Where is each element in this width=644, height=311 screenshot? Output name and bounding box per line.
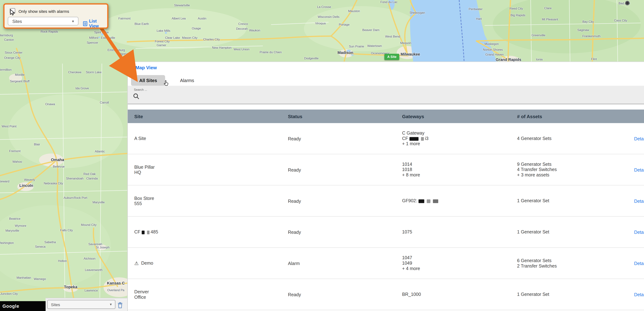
list-view-button[interactable]: List View — [83, 18, 107, 28]
details-link[interactable]: Details — [634, 167, 644, 172]
annotation-callout-box: Only show sites with alarms Sites ▾ List… — [3, 3, 108, 29]
back-arrow-icon: ‹ — [132, 65, 134, 70]
redacted-text — [409, 137, 418, 141]
redacted-text — [142, 230, 144, 234]
tab-alarms[interactable]: Alarms — [172, 75, 202, 86]
column-header-site: Site — [134, 114, 288, 119]
table-row: DenverOfficeReadyBR_10001 Generator SetD… — [128, 279, 644, 310]
delete-filter-button[interactable] — [118, 302, 123, 310]
cell-text: 6 Generator Sets — [517, 258, 552, 263]
details-link[interactable]: Details — [634, 136, 644, 141]
alarms-only-label: Only show sites with alarms — [18, 9, 69, 13]
cell-text: C Gateway — [402, 130, 424, 135]
cell-text: 1049 — [402, 261, 412, 265]
cell-text: 1 Generator Set — [517, 198, 549, 203]
redacted-text — [433, 199, 438, 203]
search-placeholder: Search ... — [134, 88, 147, 91]
chevron-down-icon: ▾ — [72, 19, 74, 23]
cell-text: Denver — [134, 289, 149, 294]
table-row: Box Store555ReadyGF902:1 Generator SetDe… — [128, 185, 644, 217]
tabs: All SitesAlarms — [128, 73, 644, 86]
details-link[interactable]: Details — [634, 230, 644, 235]
sites-dropdown-small-value: Sites — [51, 302, 60, 307]
cell-text: 1 Generator Set — [517, 292, 549, 297]
table-row: A SiteReadyC GatewayCFi3+ 1 more4 Genera… — [128, 123, 644, 154]
cell-text: Blue Pillar — [134, 164, 155, 169]
google-logo: Google — [2, 304, 19, 309]
screenshot-stage: StewartvilleFairmontBlue EarthAlbert Lea… — [0, 0, 644, 311]
map-cursor-icon — [625, 1, 630, 5]
table-row: Blue PillarHQReady10141018+ 8 more9 Gene… — [128, 154, 644, 185]
sites-dropdown-value: Sites — [12, 18, 22, 23]
search-input[interactable]: Search ... — [128, 86, 644, 104]
column-header-gateways: Gateways — [402, 114, 517, 119]
sites-dropdown[interactable]: Sites ▾ — [8, 17, 78, 25]
cell-text: BR_1000 — [402, 292, 421, 297]
cell-text: 9 Generator Sets — [517, 162, 552, 167]
tab-all-sites[interactable]: All Sites — [131, 75, 165, 86]
cell-text: + 8 more — [402, 172, 420, 177]
redacted-text — [427, 199, 430, 203]
column-header--of-assets: # of Assets — [517, 114, 634, 119]
redacted-text — [418, 199, 424, 203]
cell-text: 1014 — [402, 162, 412, 167]
cell-text: 4 Generator Sets — [517, 136, 552, 141]
cell-text: 1047 — [402, 255, 412, 260]
table-row: CF485Ready10751 Generator SetDetails — [128, 217, 644, 248]
cell-text: i3 — [425, 136, 428, 141]
redacted-text — [421, 137, 424, 141]
cell-text: Box Store — [134, 196, 154, 200]
status-value: Ready — [288, 167, 402, 172]
cell-text: GF902: — [402, 198, 417, 203]
status-value: Alarm — [288, 261, 402, 266]
map-view-label: Map View — [135, 65, 157, 70]
trash-icon — [118, 302, 123, 309]
status-value: Ready — [288, 198, 402, 203]
table-body: A SiteReadyC GatewayCFi3+ 1 more4 Genera… — [128, 123, 644, 310]
column-header-status: Status — [288, 114, 402, 119]
cell-text: + 1 more — [402, 141, 420, 146]
alarms-only-checkbox[interactable] — [10, 8, 15, 13]
sites-list-panel: ‹ Map View All SitesAlarms Search ... Si… — [127, 61, 644, 311]
cell-text: Office — [134, 295, 146, 299]
cell-text: 2 Transfer Switches — [517, 263, 557, 268]
cell-text: + 4 more — [402, 266, 420, 271]
cell-text: CF — [402, 136, 408, 141]
cell-text: 1018 — [402, 167, 412, 172]
status-value: Ready — [288, 292, 402, 297]
details-link[interactable]: Details — [634, 261, 644, 266]
cell-text: CF — [134, 229, 140, 234]
details-link[interactable]: Details — [634, 198, 644, 203]
cell-text: 1075 — [402, 229, 412, 234]
bottom-black-bar: Google — [0, 301, 46, 311]
table-row: ⚠DemoAlarm10471049+ 4 more6 Generator Se… — [128, 248, 644, 279]
cell-text: A Site — [134, 136, 146, 141]
sites-dropdown-small[interactable]: Sites ▾ — [47, 300, 116, 309]
cell-text: + 3 more assets — [517, 172, 550, 177]
cell-text: HQ — [134, 170, 141, 174]
cell-text: 4 Transfer Switches — [517, 167, 557, 172]
status-value: Ready — [288, 136, 402, 141]
search-icon — [133, 93, 139, 99]
chevron-down-icon: ▾ — [110, 302, 112, 307]
status-value: Ready — [288, 230, 402, 235]
list-view-icon — [83, 21, 87, 26]
list-view-label: List View — [89, 18, 107, 28]
map-site-marker[interactable]: A Site — [384, 54, 400, 60]
cell-text: 485 — [150, 229, 158, 234]
details-link[interactable]: Details — [634, 292, 644, 297]
table-header: SiteStatusGateways# of Assets — [128, 109, 644, 123]
map-view-link[interactable]: ‹ Map View — [128, 62, 644, 73]
redacted-text — [147, 230, 150, 234]
cell-text: Demo — [141, 261, 153, 265]
cell-text: 1 Generator Set — [517, 229, 549, 234]
alarm-warning-icon: ⚠ — [134, 260, 138, 266]
cell-text: 555 — [134, 201, 142, 206]
